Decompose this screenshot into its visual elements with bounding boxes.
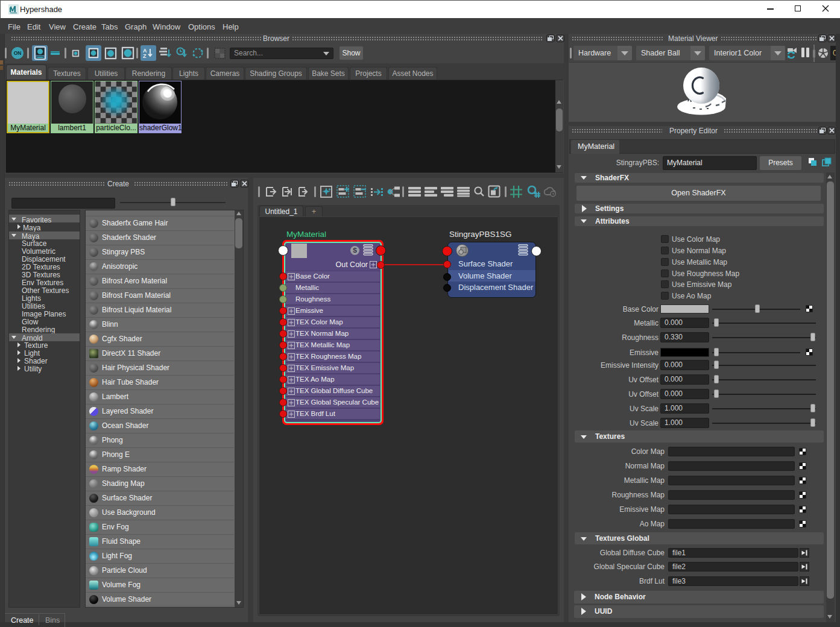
svg-text:Z: Z — [143, 53, 147, 59]
